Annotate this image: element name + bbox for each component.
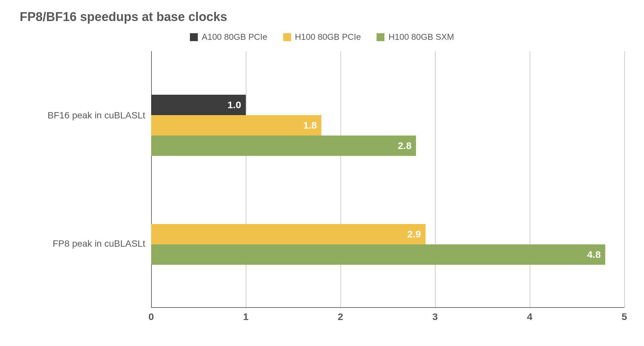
bars-container: 1.0 1.8 2.8 2.9 4.8 — [151, 51, 624, 308]
bar: 1.0 — [151, 95, 246, 115]
chart-title: FP8/BF16 speedups at base clocks — [20, 10, 624, 24]
legend-swatch — [283, 33, 291, 41]
y-axis-labels: BF16 peak in cuBLASLt FP8 peak in cuBLAS… — [20, 51, 151, 308]
legend-swatch — [377, 33, 384, 41]
x-tick-label: 0 — [149, 311, 154, 322]
bar: 2.8 — [151, 136, 416, 156]
bar-group: 1.0 1.8 2.8 — [151, 95, 624, 156]
x-tick-label: 4 — [527, 311, 533, 322]
legend-label: A100 80GB PCIe — [202, 32, 267, 42]
x-tick-label: 3 — [432, 311, 438, 322]
bar: 4.8 — [151, 244, 605, 265]
bar: 2.9 — [151, 224, 426, 244]
x-tick-label: 1 — [243, 311, 249, 322]
y-category-label: BF16 peak in cuBLASLt — [20, 110, 151, 121]
chart-area: BF16 peak in cuBLASLt FP8 peak in cuBLAS… — [20, 51, 624, 308]
legend-item: A100 80GB PCIe — [190, 32, 267, 42]
legend: A100 80GB PCIe H100 80GB PCIe H100 80GB … — [20, 32, 624, 42]
legend-label: H100 80GB PCIe — [295, 32, 361, 42]
legend-label: H100 80GB SXM — [388, 32, 454, 42]
x-tick-label: 2 — [338, 311, 343, 322]
plot-area: 1.0 1.8 2.8 2.9 4.8 — [151, 51, 624, 308]
legend-swatch — [190, 33, 198, 41]
legend-item: H100 80GB PCIe — [283, 32, 361, 42]
grid-line — [624, 51, 625, 308]
x-tick-label: 5 — [622, 311, 627, 322]
bar: 1.8 — [151, 115, 321, 136]
y-category-label: FP8 peak in cuBLASLt — [20, 238, 151, 249]
x-axis-ticks: 0 1 2 3 4 5 — [151, 308, 624, 328]
bar-group: 2.9 4.8 — [151, 224, 624, 265]
legend-item: H100 80GB SXM — [377, 32, 454, 42]
